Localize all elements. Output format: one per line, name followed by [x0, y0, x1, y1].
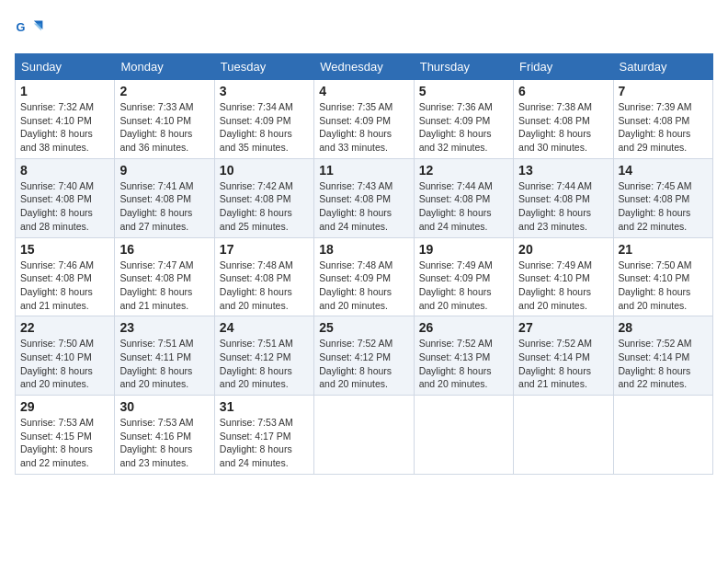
day-info: Sunrise: 7:36 AMSunset: 4:09 PMDaylight:… [419, 100, 508, 155]
calendar-cell: 19Sunrise: 7:49 AMSunset: 4:09 PMDayligh… [414, 237, 513, 316]
calendar-cell: 24Sunrise: 7:51 AMSunset: 4:12 PMDayligh… [214, 316, 313, 396]
column-header-friday: Friday [514, 54, 613, 80]
day-info: Sunrise: 7:45 AMSunset: 4:08 PMDaylight:… [619, 179, 708, 234]
day-number: 19 [419, 242, 508, 257]
calendar-cell [514, 396, 613, 475]
day-number: 4 [319, 84, 408, 98]
day-info: Sunrise: 7:50 AMSunset: 4:10 PMDaylight:… [20, 337, 109, 391]
day-number: 9 [119, 163, 209, 178]
calendar-week-row: 1Sunrise: 7:32 AMSunset: 4:10 PMDaylight… [16, 80, 713, 159]
calendar-cell: 3Sunrise: 7:34 AMSunset: 4:09 PMDaylight… [214, 80, 313, 159]
day-info: Sunrise: 7:53 AMSunset: 4:15 PMDaylight:… [20, 416, 109, 470]
day-number: 30 [119, 399, 209, 414]
day-number: 18 [319, 242, 408, 257]
calendar-cell [613, 396, 712, 475]
calendar-table: SundayMondayTuesdayWednesdayThursdayFrid… [15, 53, 713, 475]
calendar-cell: 21Sunrise: 7:50 AMSunset: 4:10 PMDayligh… [613, 237, 712, 316]
day-number: 13 [518, 163, 608, 178]
calendar-cell: 4Sunrise: 7:35 AMSunset: 4:09 PMDaylight… [314, 80, 414, 159]
column-header-wednesday: Wednesday [314, 54, 414, 80]
logo-icon: G [15, 15, 44, 44]
calendar-cell: 1Sunrise: 7:32 AMSunset: 4:10 PMDaylight… [16, 80, 115, 159]
svg-text:G: G [17, 20, 26, 34]
day-number: 1 [20, 84, 109, 98]
day-number: 14 [619, 163, 708, 178]
calendar-cell: 27Sunrise: 7:52 AMSunset: 4:14 PMDayligh… [514, 316, 613, 396]
column-header-tuesday: Tuesday [214, 54, 313, 80]
day-number: 12 [419, 163, 508, 178]
day-number: 17 [220, 242, 309, 257]
calendar-cell: 31Sunrise: 7:53 AMSunset: 4:17 PMDayligh… [214, 396, 313, 475]
calendar-cell: 16Sunrise: 7:47 AMSunset: 4:08 PMDayligh… [115, 237, 214, 316]
calendar-cell: 25Sunrise: 7:52 AMSunset: 4:12 PMDayligh… [314, 316, 414, 396]
day-number: 11 [319, 163, 408, 178]
calendar-cell: 6Sunrise: 7:38 AMSunset: 4:08 PMDaylight… [514, 80, 613, 159]
day-info: Sunrise: 7:46 AMSunset: 4:08 PMDaylight:… [20, 259, 109, 313]
day-info: Sunrise: 7:52 AMSunset: 4:14 PMDaylight:… [619, 337, 708, 391]
day-info: Sunrise: 7:52 AMSunset: 4:13 PMDaylight:… [419, 337, 508, 391]
day-number: 15 [20, 242, 109, 257]
calendar-cell [314, 396, 414, 475]
day-number: 20 [518, 242, 608, 257]
calendar-cell [414, 396, 513, 475]
day-number: 21 [619, 242, 708, 257]
calendar-cell: 2Sunrise: 7:33 AMSunset: 4:10 PMDaylight… [115, 80, 214, 159]
calendar-cell: 5Sunrise: 7:36 AMSunset: 4:09 PMDaylight… [414, 80, 513, 159]
calendar-cell: 20Sunrise: 7:49 AMSunset: 4:10 PMDayligh… [514, 237, 613, 316]
calendar-week-row: 22Sunrise: 7:50 AMSunset: 4:10 PMDayligh… [16, 316, 713, 396]
calendar-cell: 26Sunrise: 7:52 AMSunset: 4:13 PMDayligh… [414, 316, 513, 396]
day-info: Sunrise: 7:43 AMSunset: 4:08 PMDaylight:… [319, 179, 408, 234]
calendar-cell: 7Sunrise: 7:39 AMSunset: 4:08 PMDaylight… [613, 80, 712, 159]
calendar-week-row: 8Sunrise: 7:40 AMSunset: 4:08 PMDaylight… [16, 158, 713, 237]
day-info: Sunrise: 7:40 AMSunset: 4:08 PMDaylight:… [20, 179, 109, 234]
day-info: Sunrise: 7:48 AMSunset: 4:08 PMDaylight:… [220, 259, 309, 313]
calendar-cell: 30Sunrise: 7:53 AMSunset: 4:16 PMDayligh… [115, 396, 214, 475]
calendar-cell: 17Sunrise: 7:48 AMSunset: 4:08 PMDayligh… [214, 237, 313, 316]
column-header-thursday: Thursday [414, 54, 513, 80]
day-number: 16 [119, 242, 209, 257]
day-number: 31 [220, 399, 309, 414]
logo: G [15, 15, 48, 44]
calendar-cell: 14Sunrise: 7:45 AMSunset: 4:08 PMDayligh… [613, 158, 712, 237]
calendar-cell: 29Sunrise: 7:53 AMSunset: 4:15 PMDayligh… [16, 396, 115, 475]
day-number: 23 [119, 320, 209, 335]
calendar-week-row: 15Sunrise: 7:46 AMSunset: 4:08 PMDayligh… [16, 237, 713, 316]
day-number: 27 [518, 320, 608, 335]
day-info: Sunrise: 7:34 AMSunset: 4:09 PMDaylight:… [220, 100, 309, 155]
day-number: 22 [20, 320, 109, 335]
day-info: Sunrise: 7:52 AMSunset: 4:14 PMDaylight:… [518, 337, 608, 391]
day-info: Sunrise: 7:32 AMSunset: 4:10 PMDaylight:… [20, 100, 109, 155]
day-info: Sunrise: 7:49 AMSunset: 4:10 PMDaylight:… [518, 259, 608, 313]
day-number: 5 [419, 84, 508, 98]
page-header: G [15, 15, 713, 44]
day-number: 8 [20, 163, 109, 178]
calendar-cell: 10Sunrise: 7:42 AMSunset: 4:08 PMDayligh… [214, 158, 313, 237]
svg-marker-2 [34, 24, 41, 31]
calendar-cell: 18Sunrise: 7:48 AMSunset: 4:09 PMDayligh… [314, 237, 414, 316]
day-info: Sunrise: 7:49 AMSunset: 4:09 PMDaylight:… [419, 259, 508, 313]
day-number: 6 [518, 84, 608, 98]
day-info: Sunrise: 7:44 AMSunset: 4:08 PMDaylight:… [518, 179, 608, 234]
column-header-monday: Monday [115, 54, 214, 80]
column-header-saturday: Saturday [613, 54, 712, 80]
day-info: Sunrise: 7:51 AMSunset: 4:11 PMDaylight:… [119, 337, 209, 391]
day-info: Sunrise: 7:52 AMSunset: 4:12 PMDaylight:… [319, 337, 408, 391]
day-info: Sunrise: 7:53 AMSunset: 4:16 PMDaylight:… [119, 416, 209, 470]
day-info: Sunrise: 7:51 AMSunset: 4:12 PMDaylight:… [220, 337, 309, 391]
day-info: Sunrise: 7:33 AMSunset: 4:10 PMDaylight:… [119, 100, 209, 155]
day-number: 24 [220, 320, 309, 335]
day-info: Sunrise: 7:35 AMSunset: 4:09 PMDaylight:… [319, 100, 408, 155]
calendar-header-row: SundayMondayTuesdayWednesdayThursdayFrid… [16, 54, 713, 80]
day-number: 3 [220, 84, 309, 98]
day-number: 26 [419, 320, 508, 335]
day-number: 10 [220, 163, 309, 178]
day-info: Sunrise: 7:41 AMSunset: 4:08 PMDaylight:… [119, 179, 209, 234]
calendar-cell: 8Sunrise: 7:40 AMSunset: 4:08 PMDaylight… [16, 158, 115, 237]
calendar-week-row: 29Sunrise: 7:53 AMSunset: 4:15 PMDayligh… [16, 396, 713, 475]
day-number: 25 [319, 320, 408, 335]
day-info: Sunrise: 7:44 AMSunset: 4:08 PMDaylight:… [419, 179, 508, 234]
day-info: Sunrise: 7:38 AMSunset: 4:08 PMDaylight:… [518, 100, 608, 155]
column-header-sunday: Sunday [16, 54, 115, 80]
calendar-cell: 28Sunrise: 7:52 AMSunset: 4:14 PMDayligh… [613, 316, 712, 396]
day-info: Sunrise: 7:47 AMSunset: 4:08 PMDaylight:… [119, 259, 209, 313]
